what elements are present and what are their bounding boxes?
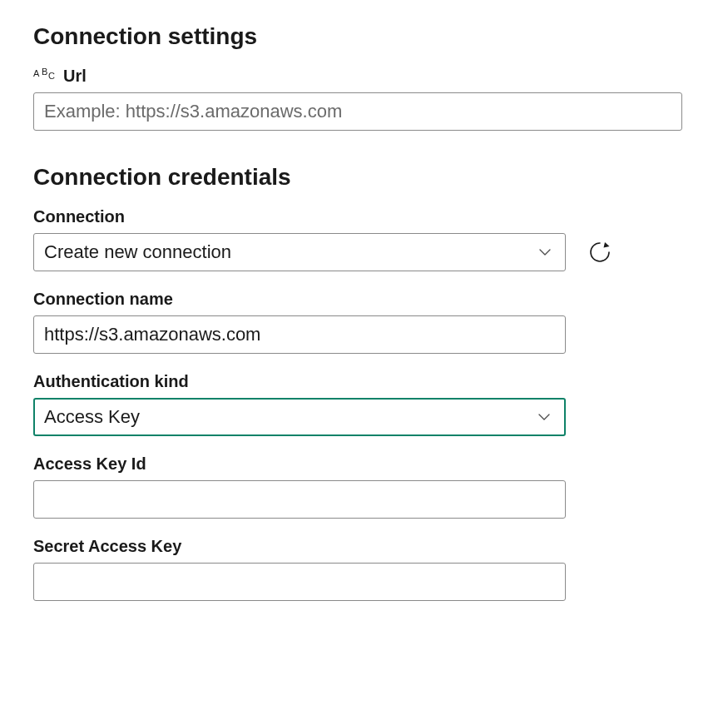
connection-select-value: Create new connection: [44, 241, 231, 263]
auth-kind-label: Authentication kind: [33, 372, 695, 391]
access-key-id-field: Access Key Id: [33, 454, 566, 519]
connection-name-label: Connection name: [33, 290, 566, 309]
secret-access-key-label: Secret Access Key: [33, 537, 566, 556]
auth-kind-select[interactable]: Access Key: [33, 398, 566, 436]
auth-kind-select-value: Access Key: [44, 406, 140, 428]
svg-text:A: A: [33, 68, 40, 78]
connection-settings-section: Connection settings A B C Url: [33, 23, 695, 131]
access-key-id-input[interactable]: [33, 480, 566, 519]
connection-credentials-section: Connection credentials Connection Create…: [33, 164, 695, 601]
connection-field: Connection Create new connection: [33, 207, 695, 271]
refresh-icon[interactable]: [586, 238, 614, 266]
svg-text:B: B: [42, 67, 47, 77]
access-key-id-label: Access Key Id: [33, 454, 566, 474]
url-field: A B C Url: [33, 67, 682, 131]
chevron-down-icon: [536, 409, 552, 425]
svg-text:C: C: [48, 71, 55, 81]
secret-access-key-field: Secret Access Key: [33, 537, 566, 601]
chevron-down-icon: [537, 244, 553, 261]
url-label-text: Url: [63, 67, 87, 86]
secret-access-key-input[interactable]: [33, 563, 566, 601]
connection-settings-title: Connection settings: [33, 23, 695, 50]
connection-name-input[interactable]: [33, 315, 566, 354]
url-label-row: A B C Url: [33, 67, 682, 86]
connection-label: Connection: [33, 207, 695, 226]
connection-name-field: Connection name: [33, 290, 566, 354]
url-input[interactable]: [33, 92, 682, 131]
connection-select[interactable]: Create new connection: [33, 233, 566, 271]
auth-kind-field: Authentication kind Access Key: [33, 372, 695, 436]
abc-icon: A B C: [33, 67, 58, 86]
connection-credentials-title: Connection credentials: [33, 164, 695, 191]
